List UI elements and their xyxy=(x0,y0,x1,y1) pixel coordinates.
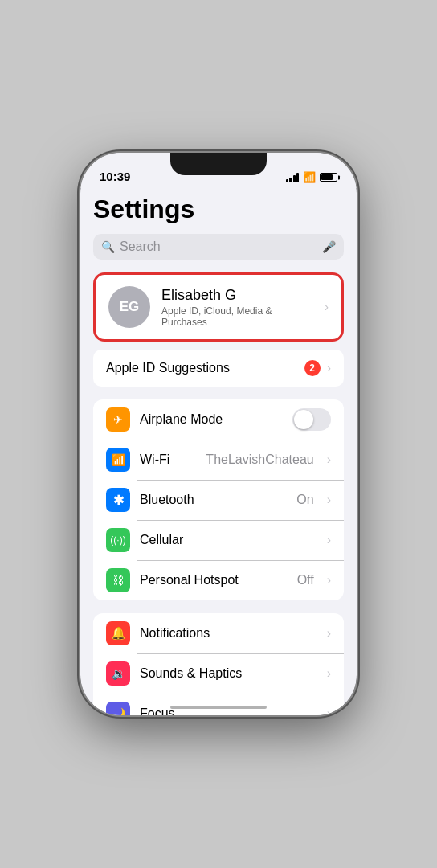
profile-chevron-icon: › xyxy=(325,300,329,314)
sounds-chevron-icon: › xyxy=(327,666,331,681)
airplane-mode-toggle[interactable] xyxy=(292,408,331,431)
wifi-value: TheLavishChateau xyxy=(206,452,313,467)
wifi-icon: 📶 xyxy=(106,448,130,472)
suggestions-badge: 2 xyxy=(304,360,321,376)
profile-name: Elisabeth G xyxy=(161,287,313,304)
home-indicator xyxy=(170,706,267,709)
sounds-row[interactable]: 🔉 Sounds & Haptics › xyxy=(93,653,344,694)
search-icon: 🔍 xyxy=(101,240,115,253)
search-bar[interactable]: 🔍 Search 🎤 xyxy=(93,234,344,260)
status-time: 10:39 xyxy=(100,170,130,183)
bluetooth-row[interactable]: ✱ Bluetooth On › xyxy=(93,480,344,520)
notifications-icon: 🔔 xyxy=(106,621,130,645)
wifi-chevron-icon: › xyxy=(327,452,331,467)
hotspot-label: Personal Hotspot xyxy=(140,573,288,588)
profile-subtitle: Apple ID, iCloud, Media & Purchases xyxy=(161,305,313,328)
bluetooth-label: Bluetooth xyxy=(140,493,287,507)
notifications-chevron-icon: › xyxy=(327,626,331,641)
notifications-row[interactable]: 🔔 Notifications › xyxy=(93,613,344,653)
wifi-label: Wi-Fi xyxy=(140,452,196,467)
bluetooth-icon: ✱ xyxy=(106,488,130,512)
sounds-icon: 🔉 xyxy=(106,661,130,686)
signal-bars-icon xyxy=(286,173,300,182)
suggestions-label: Apple ID Suggestions xyxy=(106,361,304,375)
cellular-row[interactable]: ((·)) Cellular › xyxy=(93,520,344,560)
screen: 10:39 📶 Settings 🔍 Searc xyxy=(80,153,357,715)
connectivity-group: ✈ Airplane Mode 📶 Wi-Fi TheLavishChateau… xyxy=(93,399,344,600)
focus-row[interactable]: 🌙 Focus › xyxy=(93,694,344,715)
wifi-status-icon: 📶 xyxy=(303,171,316,183)
hotspot-row[interactable]: ⛓ Personal Hotspot Off › xyxy=(93,560,344,600)
suggestions-row[interactable]: Apple ID Suggestions 2 › xyxy=(93,350,344,387)
hotspot-chevron-icon: › xyxy=(327,573,331,588)
notifications-group: 🔔 Notifications › 🔉 Sounds & Haptics › xyxy=(93,613,344,715)
airplane-mode-label: Airplane Mode xyxy=(140,412,283,427)
cellular-label: Cellular xyxy=(140,533,317,547)
sounds-label: Sounds & Haptics xyxy=(140,666,317,681)
airplane-mode-icon: ✈ xyxy=(106,407,130,432)
mic-icon[interactable]: 🎤 xyxy=(322,240,336,253)
cellular-icon: ((·)) xyxy=(106,528,130,552)
main-content[interactable]: Settings 🔍 Search 🎤 EG Elisabeth G Apple… xyxy=(80,188,357,715)
bluetooth-chevron-icon: › xyxy=(327,493,331,507)
avatar: EG xyxy=(108,286,150,328)
airplane-mode-row[interactable]: ✈ Airplane Mode xyxy=(93,399,344,440)
hotspot-value: Off xyxy=(297,573,314,588)
status-icons: 📶 xyxy=(286,171,338,183)
notifications-label: Notifications xyxy=(140,626,317,641)
profile-info: Elisabeth G Apple ID, iCloud, Media & Pu… xyxy=(161,287,313,328)
battery-icon xyxy=(320,173,337,182)
suggestions-chevron-icon: › xyxy=(327,361,331,375)
wifi-row[interactable]: 📶 Wi-Fi TheLavishChateau › xyxy=(93,440,344,480)
profile-card[interactable]: EG Elisabeth G Apple ID, iCloud, Media &… xyxy=(93,272,344,342)
notch xyxy=(170,153,267,175)
focus-chevron-icon: › xyxy=(327,706,331,715)
hotspot-icon: ⛓ xyxy=(106,568,130,592)
phone-frame: 10:39 📶 Settings 🔍 Searc xyxy=(80,153,357,715)
bluetooth-value: On xyxy=(296,493,313,507)
cellular-chevron-icon: › xyxy=(327,533,331,547)
page-title: Settings xyxy=(93,188,344,234)
search-placeholder: Search xyxy=(120,240,317,254)
focus-icon: 🌙 xyxy=(106,702,130,715)
